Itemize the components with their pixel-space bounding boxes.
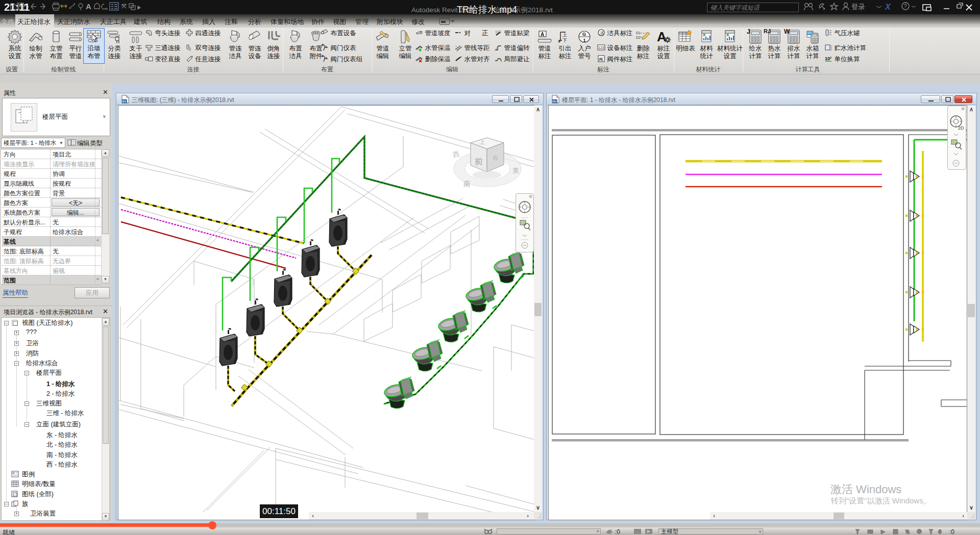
svg-text:右: 右	[493, 155, 498, 161]
svg-text:A: A	[86, 2, 91, 11]
svg-text:2D: 2D	[958, 125, 964, 131]
svg-text:南: 南	[463, 180, 471, 188]
svg-text:東: 東	[512, 167, 519, 174]
svg-text:X: X	[885, 3, 891, 11]
svg-text:登录: 登录	[851, 3, 865, 11]
svg-text:?: ?	[904, 4, 907, 9]
svg-text:上: 上	[479, 139, 485, 145]
svg-text:西: 西	[452, 150, 460, 159]
svg-text:RVT: RVT	[553, 100, 559, 103]
svg-text:前: 前	[475, 157, 483, 166]
svg-text:RVT: RVT	[122, 100, 129, 103]
